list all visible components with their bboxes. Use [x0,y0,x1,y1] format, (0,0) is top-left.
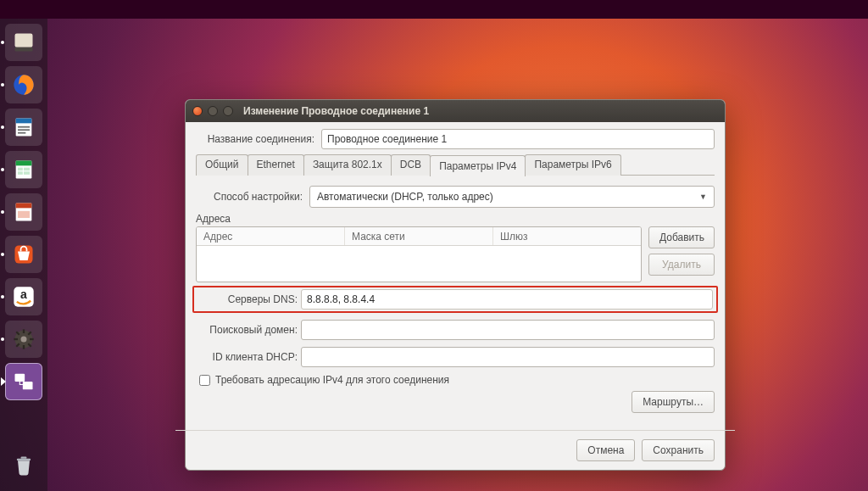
launcher-files[interactable] [5,24,42,61]
amazon-icon: a [12,285,36,309]
files-icon [12,31,36,54]
dns-servers-input[interactable] [301,289,713,310]
connection-name-input[interactable] [321,129,715,149]
col-gateway: Шлюз [493,227,641,245]
launcher-settings[interactable] [5,321,42,358]
launcher-network-settings[interactable] [5,363,42,400]
address-delete-button[interactable]: Удалить [648,254,715,276]
ipv4-method-value: Автоматически (DHCP, только адрес) [317,191,493,203]
addresses-table-header: Адрес Маска сети Шлюз [197,227,641,246]
window-title: Изменение Проводное соединение 1 [243,105,429,117]
svg-rect-11 [24,168,30,171]
dns-servers-label: Серверы DNS: [196,293,298,305]
svg-rect-12 [18,171,23,175]
unity-launcher: a [0,19,47,491]
svg-rect-6 [18,129,30,131]
calc-icon [12,158,36,181]
search-domains-label: Поисковый домен: [196,324,298,336]
launcher-impress[interactable] [5,193,42,231]
col-netmask: Маска сети [345,227,493,245]
svg-rect-4 [16,119,32,124]
col-address: Адрес [197,227,345,245]
svg-rect-5 [18,126,30,128]
chevron-down-icon: ▼ [699,192,707,201]
settings-icon [12,327,36,351]
dialog-footer: Отмена Сохранить [186,431,725,470]
addresses-section-label: Адреса [196,213,715,225]
svg-rect-0 [15,34,33,47]
launcher-trash[interactable] [5,447,42,484]
dhcp-client-id-input[interactable] [301,347,715,367]
tab-ipv4[interactable]: Параметры IPv4 [430,155,526,176]
titlebar[interactable]: Изменение Проводное соединение 1 [186,100,725,122]
require-ipv4-label: Требовать адресацию IPv4 для этого соеди… [215,374,449,386]
svg-point-21 [21,337,27,343]
connection-editor-window: Изменение Проводное соединение 1 Названи… [185,99,726,471]
launcher-firefox[interactable] [5,66,42,103]
svg-rect-15 [16,204,32,209]
network-settings-icon [12,370,36,393]
launcher-amazon[interactable]: a [5,278,42,315]
window-close-button[interactable] [192,106,203,116]
tab-general[interactable]: Общий [196,154,248,176]
firefox-icon [12,73,36,97]
svg-rect-7 [18,132,25,134]
svg-rect-9 [16,161,32,166]
tab-ethernet[interactable]: Ethernet [248,154,304,176]
svg-rect-16 [18,211,30,218]
tab-ipv6[interactable]: Параметры IPv6 [525,154,620,176]
launcher-writer[interactable] [5,109,42,146]
svg-rect-32 [17,459,31,460]
require-ipv4-checkbox[interactable] [199,375,210,386]
ipv4-method-select[interactable]: Автоматически (DHCP, только адрес) ▼ [309,186,715,208]
connection-name-label: Название соединения: [196,133,314,145]
save-button[interactable]: Сохранить [642,439,715,461]
launcher-calc[interactable] [5,151,42,188]
ipv4-method-label: Способ настройки: [196,191,303,203]
routes-button[interactable]: Маршруты… [632,391,715,413]
writer-icon [12,115,36,139]
launcher-software-center[interactable] [5,236,42,273]
svg-rect-33 [21,457,27,459]
address-add-button[interactable]: Добавить [648,226,715,248]
top-panel [0,0,868,19]
tabs: Общий Ethernet Защита 802.1x DCB Парамет… [196,154,715,176]
svg-rect-31 [23,382,33,389]
dns-highlight: Серверы DNS: [192,286,718,313]
svg-rect-13 [24,171,30,175]
tab-dcb[interactable]: DCB [391,154,431,176]
addresses-table[interactable]: Адрес Маска сети Шлюз [196,226,642,282]
titlebar-buttons [192,106,233,116]
window-minimize-button[interactable] [208,106,218,116]
dhcp-client-id-label: ID клиента DHCP: [196,351,298,363]
svg-text:a: a [20,287,27,301]
cancel-button[interactable]: Отмена [576,439,635,461]
svg-rect-10 [18,168,23,171]
trash-icon [12,454,36,477]
window-maximize-button[interactable] [223,106,233,116]
tab-8021x[interactable]: Защита 802.1x [303,154,392,176]
tab-body-ipv4: Способ настройки: Автоматически (DHCP, т… [196,176,715,413]
software-center-icon [12,243,36,266]
svg-rect-30 [15,374,25,382]
impress-icon [12,200,36,224]
svg-rect-1 [15,47,33,52]
search-domains-input[interactable] [301,320,715,340]
